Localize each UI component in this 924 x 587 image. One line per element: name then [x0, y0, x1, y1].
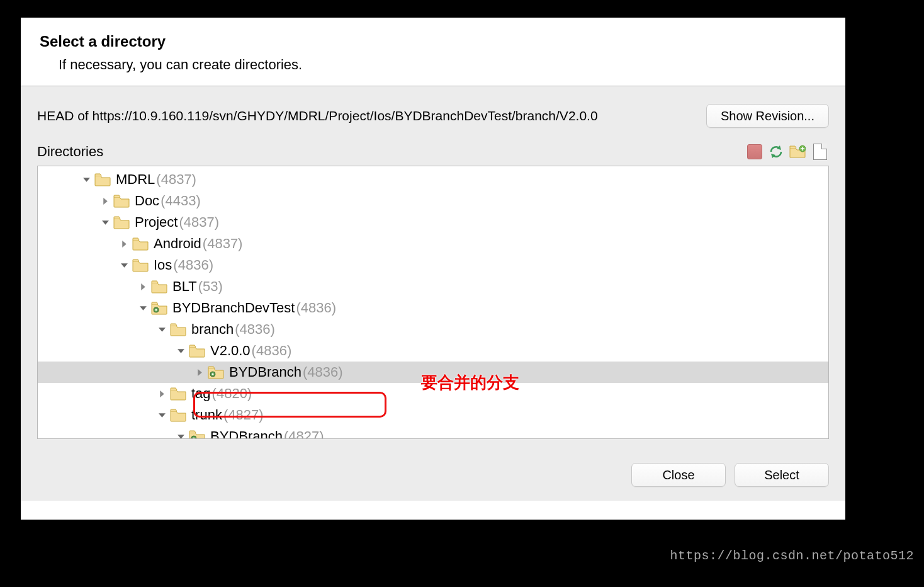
new-folder-icon[interactable]: [789, 143, 806, 161]
chevron-right-icon[interactable]: [99, 195, 111, 207]
tree-row[interactable]: branch (4836): [38, 319, 828, 340]
new-file-icon[interactable]: [811, 143, 829, 161]
tree-node-revision: (53): [198, 278, 223, 295]
dialog-body: HEAD of https://10.9.160.119/svn/GHYDY/M…: [21, 86, 845, 501]
folder-camera-icon: [189, 430, 205, 439]
directories-row: Directories: [21, 139, 845, 166]
tree-node-revision: (4820): [212, 385, 252, 402]
folder-icon: [189, 344, 205, 358]
stop-icon[interactable]: [746, 143, 763, 161]
tree-node-revision: (4836): [252, 343, 292, 359]
folder-icon: [113, 194, 130, 208]
tree-node-name: Doc: [135, 193, 159, 209]
chevron-down-icon[interactable]: [137, 302, 149, 314]
tree-node-name: trunk: [191, 407, 222, 423]
tree-row[interactable]: BLT (53): [38, 276, 828, 297]
tree-row[interactable]: BYDBranch (4836): [38, 362, 828, 383]
tree-row[interactable]: Android (4837): [38, 233, 828, 254]
chevron-down-icon[interactable]: [118, 259, 130, 271]
show-revision-button[interactable]: Show Revision...: [706, 104, 829, 128]
tree-node-name: MDRL: [116, 171, 155, 188]
chevron-down-icon[interactable]: [175, 431, 186, 439]
chevron-down-icon[interactable]: [99, 217, 111, 228]
dialog-window: Select a directory If necessary, you can…: [19, 16, 847, 521]
tree-node-revision: (4836): [296, 300, 336, 316]
tree-node-revision: (4836): [235, 321, 275, 338]
folder-icon: [170, 322, 186, 336]
watermark-text: https://blog.csdn.net/potato512: [670, 549, 914, 563]
tree-node-revision: (4836): [173, 257, 213, 273]
folder-camera-icon: [208, 365, 224, 379]
folder-icon: [151, 280, 167, 294]
dialog-footer: Close Select: [21, 453, 845, 501]
tree-node-name: branch: [191, 321, 234, 338]
folder-icon: [170, 408, 186, 422]
tree-row[interactable]: MDRL (4837): [38, 169, 828, 190]
tree-node-name: Android: [154, 236, 201, 252]
tree-node-revision: (4827): [284, 428, 324, 439]
tree-node-revision: (4433): [161, 193, 201, 209]
folder-icon: [170, 387, 186, 401]
tree-node-revision: (4836): [303, 364, 343, 380]
dialog-subtitle: If necessary, you can create directories…: [59, 57, 828, 73]
directories-label: Directories: [25, 144, 746, 160]
tree-node-name: BYDBranchDevTest: [172, 300, 295, 316]
chevron-right-icon[interactable]: [118, 238, 130, 249]
directories-toolbar: [746, 143, 829, 161]
folder-icon: [132, 237, 149, 251]
directory-tree[interactable]: MDRL (4837)Doc (4433)Project (4837)Andro…: [37, 166, 829, 439]
tree-node-revision: (4837): [203, 236, 243, 252]
tree-row[interactable]: BYDBranch (4827): [38, 426, 828, 439]
folder-icon: [113, 215, 130, 229]
tree-row[interactable]: Doc (4433): [38, 190, 828, 212]
tree-row[interactable]: BYDBranchDevTest (4836): [38, 297, 828, 319]
chevron-right-icon[interactable]: [156, 388, 167, 399]
tree-row[interactable]: Project (4837): [38, 212, 828, 233]
tree-node-name: Ios: [154, 257, 172, 273]
tree-node-name: V2.0.0: [210, 343, 251, 359]
tree-node-name: tag: [191, 385, 211, 402]
chevron-down-icon[interactable]: [81, 174, 92, 185]
path-row: HEAD of https://10.9.160.119/svn/GHYDY/M…: [21, 86, 845, 139]
tree-row[interactable]: Ios (4836): [38, 254, 828, 276]
repo-path-text: HEAD of https://10.9.160.119/svn/GHYDY/M…: [37, 108, 695, 123]
chevron-down-icon[interactable]: [175, 345, 186, 356]
select-button[interactable]: Select: [735, 463, 829, 487]
tree-node-name: BYDBranch: [210, 428, 283, 439]
folder-icon: [132, 258, 149, 272]
refresh-icon[interactable]: [769, 144, 784, 159]
tree-node-name: BLT: [172, 278, 197, 295]
tree-row[interactable]: tag (4820): [38, 383, 828, 404]
tree-node-name: BYDBranch: [229, 364, 301, 380]
folder-icon: [94, 173, 111, 186]
tree-row[interactable]: V2.0.0 (4836): [38, 340, 828, 362]
close-button[interactable]: Close: [631, 463, 726, 487]
tree-row[interactable]: trunk (4827): [38, 404, 828, 426]
tree-node-revision: (4837): [179, 214, 219, 231]
chevron-down-icon[interactable]: [156, 409, 167, 421]
folder-camera-icon: [151, 301, 167, 315]
dialog-header: Select a directory If necessary, you can…: [21, 18, 845, 86]
svg-point-4: [211, 373, 213, 375]
chevron-right-icon[interactable]: [137, 281, 149, 292]
dialog-title: Select a directory: [40, 33, 828, 50]
chevron-right-icon[interactable]: [194, 367, 205, 378]
chevron-down-icon[interactable]: [156, 324, 167, 335]
svg-point-2: [155, 309, 157, 311]
tree-node-revision: (4827): [223, 407, 264, 423]
tree-node-name: Project: [135, 214, 177, 231]
tree-node-revision: (4837): [156, 171, 196, 188]
